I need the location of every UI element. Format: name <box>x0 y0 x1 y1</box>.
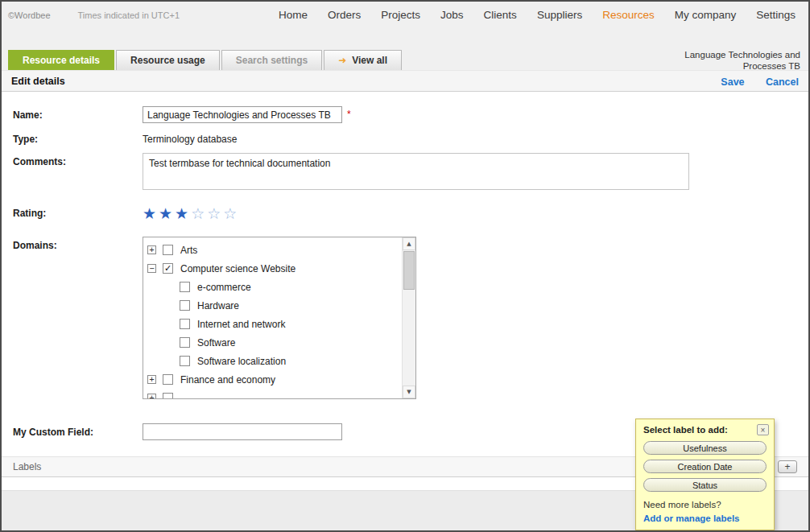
nav-item-suppliers[interactable]: Suppliers <box>537 9 582 21</box>
scroll-up-icon: ▲ <box>407 241 411 247</box>
star-empty-icon[interactable]: ☆ <box>191 204 205 223</box>
label-option-status[interactable]: Status <box>643 478 767 492</box>
domain-checkbox[interactable] <box>180 337 190 348</box>
domain-row-arts: +Arts <box>147 241 398 259</box>
star-empty-icon[interactable]: ☆ <box>207 204 221 223</box>
label-option-usefulness[interactable]: Usefulness <box>643 441 767 455</box>
nav-item-home[interactable]: Home <box>279 9 308 21</box>
top-bar: ©Wordbee Times indicated in UTC+1 HomeOr… <box>2 2 808 28</box>
name-label: Name: <box>13 106 143 121</box>
need-more-labels-text: Need more labels? <box>636 497 774 511</box>
comments-row: Comments: Test termbase for technical do… <box>13 153 797 190</box>
tab-label: Resource usage <box>130 55 205 66</box>
tab-strip: Resource detailsResource usageSearch set… <box>2 28 808 70</box>
domains-tree: +Arts−✓Computer science Websitee-commerc… <box>143 237 415 399</box>
nav-item-projects[interactable]: Projects <box>381 9 420 21</box>
required-asterisk: * <box>347 106 351 120</box>
expand-icon[interactable]: + <box>147 394 156 399</box>
domain-row-hardware: Hardware <box>147 296 398 315</box>
type-row: Type: Terminology database <box>13 130 797 145</box>
domains-listbox: +Arts−✓Computer science Websitee-commerc… <box>143 237 416 399</box>
domain-checkbox[interactable] <box>163 393 173 399</box>
rating-row: Rating: ★★★☆☆☆ <box>13 204 797 223</box>
nav-item-settings[interactable]: Settings <box>756 9 796 21</box>
tab-label: Search settings <box>236 55 308 66</box>
domain-checkbox[interactable]: ✓ <box>163 263 173 274</box>
star-filled-icon[interactable]: ★ <box>159 204 172 223</box>
domain-checkbox[interactable] <box>163 245 173 255</box>
domain-label: Hardware <box>197 300 239 311</box>
domain-row-internet-and-network: Internet and network <box>147 315 398 333</box>
scroll-down-icon: ▼ <box>407 389 411 395</box>
select-label-popup: Select label to add: × UsefulnessCreatio… <box>635 419 775 530</box>
custom-field-input[interactable] <box>143 423 342 440</box>
domain-row-finance-and-economy: +Finance and economy <box>147 370 398 389</box>
expand-icon[interactable]: + <box>147 375 156 384</box>
label-options-list: UsefulnessCreation DateStatus <box>636 439 774 492</box>
tab-resource-usage[interactable]: Resource usage <box>116 50 220 70</box>
scroll-thumb[interactable] <box>403 251 415 290</box>
domains-label: Domains: <box>13 237 143 251</box>
header-zone: ©Wordbee Times indicated in UTC+1 HomeOr… <box>2 2 808 70</box>
domain-checkbox[interactable] <box>163 374 173 385</box>
domain-row-software: Software <box>147 333 398 352</box>
add-or-manage-labels-link[interactable]: Add or manage labels <box>636 511 774 523</box>
timezone-note: Times indicated in UTC+1 <box>78 10 180 20</box>
tab-label: Resource details <box>23 55 100 66</box>
rating-stars: ★★★☆☆☆ <box>143 204 237 223</box>
main-nav: HomeOrdersProjectsJobsClientsSuppliersRe… <box>279 9 799 21</box>
domain-label: Computer science Website <box>180 263 295 274</box>
tab-label: View all <box>352 55 387 66</box>
star-filled-icon[interactable]: ★ <box>143 204 156 223</box>
tabs: Resource detailsResource usageSearch set… <box>8 50 403 70</box>
domain-label: Internet and network <box>197 319 285 330</box>
domain-label: e-commerce <box>197 282 251 293</box>
comments-label: Comments: <box>13 153 143 167</box>
nav-item-clients[interactable]: Clients <box>484 9 517 21</box>
labels-section-title: Labels <box>13 461 41 472</box>
view-all-arrow-icon: ➜ <box>338 55 346 66</box>
rating-label: Rating: <box>13 204 143 219</box>
domains-row: Domains: +Arts−✓Computer science Website… <box>13 237 797 399</box>
domain-row-item: + <box>147 389 398 399</box>
close-icon[interactable]: × <box>757 424 769 435</box>
domain-label: Arts <box>180 245 197 256</box>
nav-item-orders[interactable]: Orders <box>328 9 361 21</box>
domains-scrollbar[interactable]: ▲ ▼ <box>402 237 415 398</box>
tab-resource-details[interactable]: Resource details <box>8 50 114 70</box>
cancel-button[interactable]: Cancel <box>766 76 799 88</box>
edit-details-title: Edit details <box>11 76 65 87</box>
edit-details-bar: Edit details Save Cancel <box>2 70 808 92</box>
nav-item-jobs[interactable]: Jobs <box>440 9 464 21</box>
domain-checkbox[interactable] <box>180 356 190 366</box>
scroll-down-button[interactable]: ▼ <box>403 386 415 398</box>
resource-title: Language Technologies and Processes TB <box>663 49 800 72</box>
type-value: Terminology database <box>143 130 237 145</box>
save-button[interactable]: Save <box>721 76 744 88</box>
tab-search-settings: Search settings <box>221 50 322 70</box>
edit-actions: Save Cancel <box>703 74 799 89</box>
tab-view-all[interactable]: ➜View all <box>324 50 402 70</box>
nav-item-resources[interactable]: Resources <box>602 9 655 21</box>
domain-label: Software <box>197 337 235 348</box>
brand: ©Wordbee <box>8 10 51 20</box>
name-row: Name: * <box>13 106 797 123</box>
domain-label: Finance and economy <box>180 374 275 386</box>
label-option-creation-date[interactable]: Creation Date <box>643 460 767 473</box>
page: ©Wordbee Times indicated in UTC+1 HomeOr… <box>0 0 810 532</box>
scroll-up-button[interactable]: ▲ <box>403 237 415 250</box>
popup-title: Select label to add: <box>643 425 757 435</box>
add-label-button[interactable]: + <box>778 460 797 473</box>
domain-checkbox[interactable] <box>180 319 190 329</box>
domain-checkbox[interactable] <box>180 300 190 311</box>
expand-icon[interactable]: + <box>147 245 156 254</box>
star-empty-icon[interactable]: ☆ <box>223 204 237 223</box>
nav-item-my-company[interactable]: My company <box>675 9 737 21</box>
comments-input[interactable]: Test termbase for technical documentatio… <box>143 153 689 190</box>
star-filled-icon[interactable]: ★ <box>175 204 188 223</box>
collapse-icon[interactable]: − <box>147 264 156 273</box>
domain-row-e-commerce: e-commerce <box>147 278 398 296</box>
name-input[interactable] <box>143 106 342 123</box>
domain-checkbox[interactable] <box>180 282 190 292</box>
custom-field-label: My Custom Field: <box>13 423 143 438</box>
